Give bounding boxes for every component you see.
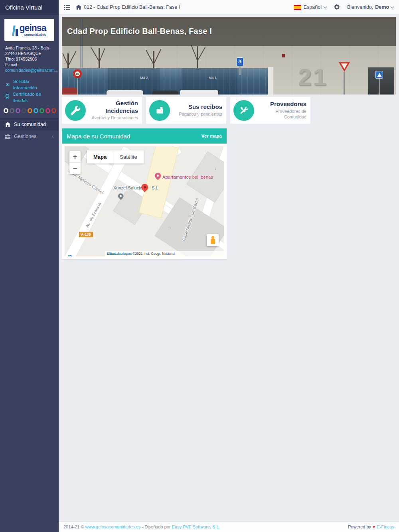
site-link[interactable]: www.geinsacomunidades.es xyxy=(85,524,141,529)
theme-color-swatch[interactable] xyxy=(45,108,50,113)
office-address: Avda Francia, 28 - Bajo 22440 BENASQUE T… xyxy=(0,44,59,73)
debt-certificate-link[interactable]: Certificado de deudas xyxy=(5,91,53,104)
debt-certificate-label: Certificado de deudas xyxy=(13,91,53,104)
card-proveedores[interactable]: Proveedores Proveedores de Comunidad xyxy=(230,97,310,124)
zoom-in-button[interactable]: + xyxy=(69,151,81,163)
footer: 2014-21 © www.geinsacomunidades.es - Dis… xyxy=(59,521,399,532)
logo-subtext: comunidades xyxy=(20,33,46,37)
designer-link[interactable]: Easy PVF Software, S.L. xyxy=(172,524,220,529)
business-label: Xunzel Solucio xyxy=(113,185,142,190)
chevron-down-icon xyxy=(391,5,394,8)
certificate-icon xyxy=(5,94,10,101)
gear-icon xyxy=(334,4,340,10)
settings-button[interactable] xyxy=(334,4,340,10)
username: Demo xyxy=(375,4,389,10)
quick-access-cards: Gestión Incidencias Averías y Reparacion… xyxy=(62,97,396,124)
map-zoom-control: + − xyxy=(69,151,81,174)
garage-door-label: M4 2 xyxy=(140,76,148,80)
card-title: Gestión Incidencias xyxy=(86,100,138,115)
copyright-text: 2014-21 © xyxy=(63,524,84,529)
card-gestion-incidencias[interactable]: Gestión Incidencias Averías y Reparacion… xyxy=(62,97,142,124)
theme-color-swatch[interactable] xyxy=(28,108,32,113)
receipts-icon xyxy=(149,100,170,121)
photo-alarm-box xyxy=(282,54,285,57)
card-title: Sus recibos xyxy=(170,103,222,111)
tools-icon xyxy=(233,100,254,121)
chevron-down-icon xyxy=(324,5,327,8)
sidebar-item-gestiones[interactable]: Gestiones ‹ xyxy=(0,130,59,142)
theme-color-swatch[interactable] xyxy=(10,108,14,113)
topbar: 012 - Cdad Prop Edificio Ball-Benas, Fas… xyxy=(59,0,399,15)
address-line: Tfno: 974552906 xyxy=(5,56,53,62)
photo-car xyxy=(180,90,218,95)
sidebar: Oficina Virtual geinsa comunidades Avda … xyxy=(0,0,59,532)
address-line: Avda Francia, 28 - Bajo xyxy=(5,45,53,51)
welcome-text: Bienvenido, xyxy=(347,4,373,10)
theme-color-swatch[interactable] xyxy=(40,108,44,113)
satellite-button[interactable]: Satélite xyxy=(113,150,144,164)
theme-color-picker xyxy=(0,104,59,117)
terms-link[interactable]: Términos de uso xyxy=(107,252,132,256)
breadcrumb: 012 - Cdad Prop Edificio Ball-Benas, Fas… xyxy=(76,4,180,10)
address-line: 22440 BENASQUE xyxy=(5,51,53,56)
business-label: S.L xyxy=(152,185,158,190)
card-subtitle: Pagados y pendientes xyxy=(170,112,222,117)
sidebar-item-su-comunidad[interactable]: Su comunidad xyxy=(0,118,59,130)
app-title: Oficina Virtual xyxy=(0,0,59,15)
request-info-link[interactable]: ✉ Solicitar Información xyxy=(5,78,53,91)
photo-car xyxy=(107,90,143,95)
request-info-label: Solicitar Información xyxy=(13,78,53,91)
logo-text: geinsa xyxy=(20,23,46,33)
ver-mapa-link[interactable]: Ver mapa xyxy=(201,134,222,138)
language-label: Español xyxy=(304,4,322,10)
sidebar-toggle-button[interactable] xyxy=(64,5,70,10)
community-title: Cdad Prop Edificio Ball-Benas, Fase I xyxy=(67,17,212,46)
theme-color-swatch[interactable] xyxy=(34,108,38,113)
street-view-pegman[interactable] xyxy=(207,234,219,246)
photo-car xyxy=(62,88,77,95)
garage-door-label: M4 1 xyxy=(209,76,217,80)
user-menu[interactable]: Bienvenido, Demo xyxy=(347,4,393,10)
photo-car xyxy=(152,91,178,95)
efincas-link[interactable]: E-Fincas xyxy=(377,524,394,529)
theme-color-swatch[interactable] xyxy=(4,108,8,113)
menu-list-icon xyxy=(64,5,70,10)
wrench-icon xyxy=(65,100,86,121)
spain-flag-icon xyxy=(294,5,301,10)
map-attribution: Datos de mapas ©2021 Inst. Geogr. Nacion… xyxy=(105,251,224,256)
card-title: Proveedores xyxy=(254,100,306,108)
card-subtitle: Proveedores de Comunidad xyxy=(254,109,306,120)
building-number: 21 xyxy=(298,65,328,89)
breadcrumb-text: 012 - Cdad Prop Edificio Ball-Benas, Fas… xyxy=(84,4,180,10)
sidebar-menu: Su comunidad Gestiones ‹ xyxy=(0,118,59,142)
theme-color-swatch[interactable] xyxy=(16,108,20,113)
theme-color-swatch[interactable] xyxy=(22,108,26,113)
briefcase-icon xyxy=(5,134,10,139)
chevron-left-icon: ‹ xyxy=(52,134,53,139)
home-icon xyxy=(5,122,10,127)
road-badge: A-139 xyxy=(79,232,93,237)
designed-by-text: - Diseñado por xyxy=(142,524,170,529)
main-area: 012 - Cdad Prop Edificio Ball-Benas, Fas… xyxy=(59,0,399,532)
handicap-parking-sign: ♿ xyxy=(237,57,243,66)
map-button[interactable]: Mapa xyxy=(87,150,113,164)
card-sus-recibos[interactable]: Sus recibos Pagados y pendientes xyxy=(146,97,226,124)
crossing-sign xyxy=(375,71,383,79)
logo-buildings-icon xyxy=(13,24,18,36)
language-selector[interactable]: Español xyxy=(294,4,326,10)
google-map[interactable]: Calle Ministro Cornel Av. de Francia Cal… xyxy=(65,146,224,256)
company-logo: geinsa comunidades xyxy=(4,19,54,41)
card-subtitle: Averías y Reparaciones xyxy=(86,115,138,121)
community-map-panel: Mapa de su Comunidad Ver mapa xyxy=(62,128,227,259)
photo-wall-column xyxy=(268,67,273,95)
zoom-out-button[interactable]: − xyxy=(69,163,81,174)
map-panel-title: Mapa de su Comunidad xyxy=(67,133,130,140)
home-icon xyxy=(76,5,81,10)
heart-icon: ♥ xyxy=(373,524,375,529)
theme-color-swatch[interactable] xyxy=(51,108,56,113)
map-type-switch: Mapa Satélite xyxy=(87,150,144,164)
sidebar-item-label: Su comunidad xyxy=(14,122,46,127)
poi-label: Apartamentos ball benas xyxy=(162,175,213,179)
address-line: E-mail: xyxy=(5,62,53,67)
email-link[interactable]: comunidades@geinsacom... xyxy=(5,67,53,73)
